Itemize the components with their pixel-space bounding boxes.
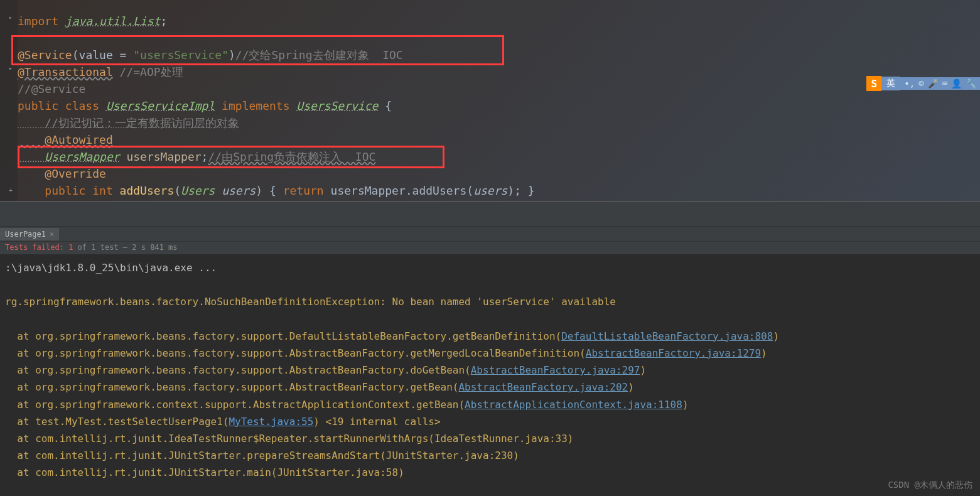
watermark-text: CSDN @木偶人的悲伤 bbox=[888, 480, 972, 491]
console-stack-line: at org.springframework.context.support.A… bbox=[5, 396, 975, 413]
editor-gutter: ▸ ▸ + bbox=[0, 0, 18, 201]
console-stack-line: at com.intellij.rt.junit.JUnitStarter.ma… bbox=[5, 464, 975, 481]
expand-icon[interactable]: + bbox=[9, 187, 16, 195]
stack-trace-link[interactable]: AbstractBeanFactory.java:1279 bbox=[586, 347, 761, 359]
console-blank bbox=[5, 276, 975, 293]
ime-toolbar[interactable]: S 英 •, ☺ 🎤 ⌨ 👤 🔧 bbox=[866, 75, 980, 92]
fold-icon[interactable]: ▸ bbox=[9, 65, 16, 72]
console-blank bbox=[5, 311, 975, 328]
ime-mic-icon[interactable]: 🎤 bbox=[928, 78, 939, 89]
console-stack-line: at com.intellij.rt.junit.IdeaTestRunner$… bbox=[5, 430, 975, 447]
highlight-annotation-box bbox=[18, 146, 444, 168]
stack-trace-link[interactable]: AbstractBeanFactory.java:202 bbox=[458, 381, 628, 393]
ime-settings-icon[interactable]: 🔧 bbox=[966, 78, 976, 89]
code-content[interactable]: import java.util.List; @Service(value = … bbox=[0, 0, 980, 199]
ime-icon-tray: •, ☺ 🎤 ⌨ 👤 🔧 bbox=[900, 77, 980, 90]
tests-summary: of 1 test – 2 s 841 ms bbox=[73, 243, 177, 252]
ime-language-indicator[interactable]: 英 bbox=[881, 77, 900, 90]
console-stack-line: at org.springframework.beans.factory.sup… bbox=[5, 362, 975, 379]
console-exception: rg.springframework.beans.factory.NoSuchB… bbox=[5, 293, 975, 310]
console-stack-line: at org.springframework.beans.factory.sup… bbox=[5, 379, 975, 396]
code-line: public class UsersServiceImpl implements… bbox=[18, 97, 980, 114]
stack-trace-link[interactable]: AbstractApplicationContext.java:1108 bbox=[465, 399, 682, 411]
ime-keyboard-icon[interactable]: ⌨ bbox=[942, 78, 947, 89]
code-line: public int addUsers(Users users) { retur… bbox=[18, 182, 980, 199]
ime-user-icon[interactable]: 👤 bbox=[951, 78, 962, 89]
code-line: //切记切记：一定有数据访问层的对象 bbox=[18, 114, 980, 131]
console-tab-userpage1[interactable]: UserPage1 × bbox=[0, 228, 59, 240]
ime-emoji-icon[interactable]: ☺ bbox=[918, 78, 923, 89]
test-status-bar: Tests failed: 1 of 1 test – 2 s 841 ms bbox=[0, 242, 980, 254]
pane-divider[interactable] bbox=[0, 202, 980, 227]
highlight-annotation-box bbox=[11, 35, 504, 65]
console-stack-line: at test.MyTest.testSelectUserPage1(MyTes… bbox=[5, 413, 975, 430]
ime-logo-icon[interactable]: S bbox=[866, 76, 881, 91]
fold-icon[interactable]: ▸ bbox=[9, 14, 16, 21]
console-stack-line: at org.springframework.beans.factory.sup… bbox=[5, 345, 975, 362]
console-stack-line: at com.intellij.rt.junit.JUnitStarter.pr… bbox=[5, 447, 975, 464]
close-icon[interactable]: × bbox=[50, 230, 54, 239]
tests-failed-label: Tests failed: 1 bbox=[5, 243, 73, 252]
console-output[interactable]: :\java\jdk1.8.0_25\bin\java.exe ... rg.s… bbox=[0, 254, 980, 486]
stack-trace-link[interactable]: DefaultListableBeanFactory.java:808 bbox=[561, 330, 773, 342]
code-line: @Transactional //=AOP处理 bbox=[18, 63, 980, 80]
code-line: import java.util.List; bbox=[18, 13, 980, 30]
tab-label: UserPage1 bbox=[5, 230, 46, 239]
stack-trace-link[interactable]: AbstractBeanFactory.java:297 bbox=[471, 364, 640, 376]
ime-punct-icon[interactable]: •, bbox=[904, 78, 915, 89]
stack-trace-link[interactable]: MyTest.java:55 bbox=[229, 416, 313, 428]
code-line: //@Service bbox=[18, 80, 980, 97]
console-command-line: :\java\jdk1.8.0_25\bin\java.exe ... bbox=[5, 259, 975, 276]
console-stack-line: at org.springframework.beans.factory.sup… bbox=[5, 328, 975, 345]
console-tab-bar: UserPage1 × bbox=[0, 227, 980, 242]
code-editor-pane[interactable]: ▸ ▸ + import java.util.List; @Service(va… bbox=[0, 0, 980, 202]
